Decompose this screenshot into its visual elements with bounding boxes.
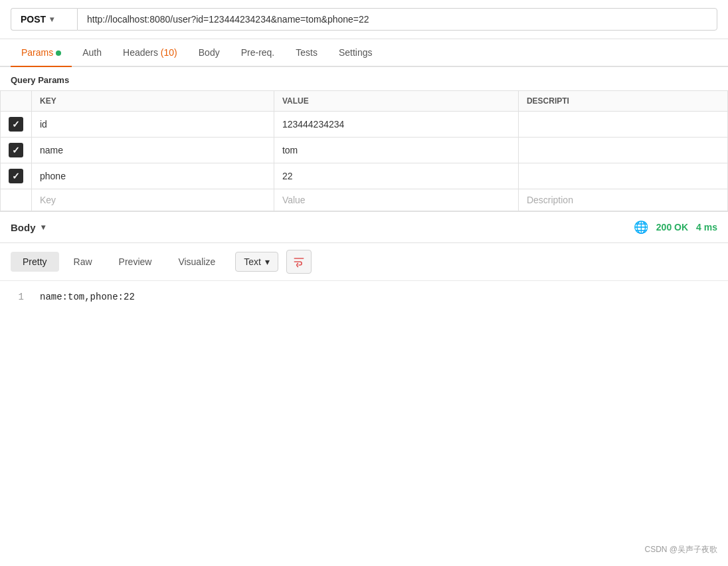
desc-cell-phone[interactable] [518,163,727,189]
key-cell-id[interactable]: id [32,112,274,138]
status-ok: 200 OK [656,222,688,233]
row-checkbox-cell: ✓ [1,112,32,138]
value-cell-phone[interactable]: 22 [274,163,518,189]
checkbox-phone[interactable]: ✓ [9,169,23,183]
row-checkbox-cell: ✓ [1,138,32,163]
code-area: 1 name:tom,phone:22 [0,281,728,313]
url-bar: POST ▾ [0,0,728,39]
table-row: ✓ phone 22 [1,163,728,189]
table-row: ✓ name tom [1,138,728,163]
body-label-group: Body ▾ [11,222,45,233]
tabs-row: Params Auth Headers (10) Body Pre-req. T… [0,39,728,67]
globe-icon: 🌐 [634,220,648,235]
desc-cell-name[interactable] [518,138,727,163]
method-selector[interactable]: POST ▾ [11,8,77,31]
tab-tests[interactable]: Tests [285,39,328,67]
format-chevron: ▾ [265,256,270,267]
placeholder-value: Value [282,195,306,205]
table-row-placeholder: Key Value Description [1,189,728,211]
col-header-key: KEY [32,91,274,112]
code-content-1: name:tom,phone:22 [40,292,135,302]
params-dot [56,50,61,56]
key-cell-phone[interactable]: phone [32,163,274,189]
checkbox-name[interactable]: ✓ [9,143,23,157]
col-header-description: DESCRIPTI [518,91,727,112]
body-label: Body [11,222,36,233]
response-tabs-row: Pretty Raw Preview Visualize Text ▾ [0,243,728,281]
resp-tab-preview[interactable]: Preview [107,252,164,272]
tab-settings[interactable]: Settings [328,39,383,67]
format-dropdown[interactable]: Text ▾ [235,252,278,272]
value-cell-id[interactable]: 123444234234 [274,112,518,138]
params-table: KEY VALUE DESCRIPTI ✓ id 123444234234 ✓ … [0,90,728,211]
tab-auth[interactable]: Auth [72,39,112,67]
checkbox-id[interactable]: ✓ [9,117,23,132]
method-label: POST [21,14,46,25]
format-label: Text [244,256,261,267]
value-cell-name[interactable]: tom [274,138,518,163]
code-line-1: 1 name:tom,phone:22 [11,292,717,302]
row-checkbox-cell: ✓ [1,163,32,189]
resp-tab-visualize[interactable]: Visualize [166,252,227,272]
response-time: 4 ms [696,222,717,233]
response-status-group: 🌐 200 OK 4 ms [634,220,717,235]
table-row: ✓ id 123444234234 [1,112,728,138]
resp-tab-raw[interactable]: Raw [62,252,104,272]
tab-prereq[interactable]: Pre-req. [230,39,286,67]
response-bar: Body ▾ 🌐 200 OK 4 ms [0,211,728,243]
tab-body[interactable]: Body [188,39,230,67]
tab-params[interactable]: Params [11,39,72,67]
word-wrap-button[interactable] [286,250,312,274]
col-header-checkbox [1,91,32,112]
key-cell-name[interactable]: name [32,138,274,163]
url-input[interactable] [77,8,717,31]
query-params-label: Query Params [0,67,728,90]
col-header-value: VALUE [274,91,518,112]
placeholder-key: Key [40,195,56,205]
placeholder-description: Description [527,195,573,205]
desc-cell-id[interactable] [518,112,727,138]
tab-headers[interactable]: Headers (10) [112,39,188,67]
body-chevron[interactable]: ▾ [41,223,45,232]
resp-tab-pretty[interactable]: Pretty [11,252,59,272]
line-number-1: 1 [11,292,24,302]
method-chevron: ▾ [50,15,54,24]
